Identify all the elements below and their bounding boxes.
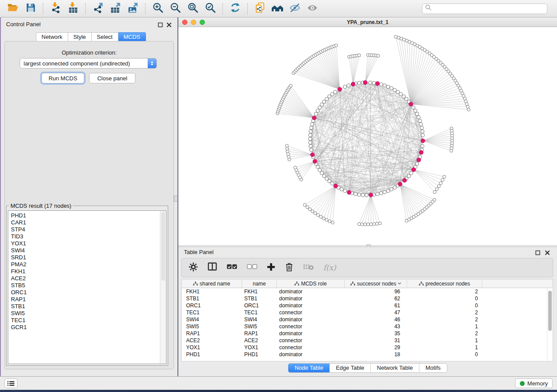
table-row[interactable]: RAP1 RAP1 dominator 35 2 — [182, 330, 553, 337]
show-panels-menu-button[interactable] — [4, 378, 17, 388]
mcds-result-item[interactable]: TID3 — [11, 233, 166, 240]
tab-mcds[interactable]: MCDS — [118, 32, 146, 42]
cell-shared-name: STB1 — [182, 296, 242, 302]
mcds-result-item[interactable]: STB5 — [11, 282, 166, 289]
table-row[interactable]: SWI4 SWI4 dominator 46 2 — [182, 316, 553, 323]
function-builder-button[interactable]: f(x) — [323, 263, 336, 272]
tab-select[interactable]: Select — [92, 32, 118, 42]
show-column-panel-button[interactable] — [208, 262, 217, 273]
scrollbar-thumb[interactable] — [161, 212, 165, 281]
criterion-select[interactable]: largest connected component (undirected) — [20, 58, 157, 69]
mcds-result-item[interactable]: CAR1 — [11, 219, 166, 226]
memory-button[interactable]: Memory — [515, 378, 553, 388]
mcds-result-item[interactable]: SWI4 — [11, 247, 166, 254]
delete-table-button[interactable] — [303, 263, 314, 272]
mcds-list-scrollbar[interactable] — [160, 211, 166, 364]
table-row[interactable]: PHD1 PHD1 dominator 18 0 — [182, 351, 553, 358]
cell-successor-nodes: 47 — [345, 309, 407, 316]
table-row[interactable]: SWI5 SWI5 connector 43 1 — [182, 323, 553, 330]
column-header-predecessor-nodes[interactable]: predecessor nodes — [407, 279, 482, 288]
zoom-fit-icon — [187, 2, 198, 15]
close-panel-icon[interactable] — [166, 21, 172, 27]
column-header-mcds-role[interactable]: MCDS role — [277, 279, 345, 288]
float-table-panel-icon[interactable] — [535, 249, 540, 254]
table-row[interactable]: FKH1 FKH1 dominator 96 2 — [182, 288, 553, 295]
search-field[interactable] — [422, 3, 547, 14]
close-panel-button[interactable]: Close panel — [89, 73, 135, 83]
open-folder-icon — [7, 3, 19, 14]
refresh-view-button[interactable] — [228, 2, 242, 15]
cell-predecessor-nodes: 1 — [407, 344, 482, 351]
table-row[interactable]: ORC1 ORC1 dominator 61 0 — [182, 302, 553, 309]
zoom-out-button[interactable] — [168, 2, 182, 15]
tab-style[interactable]: Style — [68, 32, 92, 42]
import-table-icon — [68, 2, 79, 15]
column-header-successor-nodes[interactable]: successor nodes — [345, 279, 407, 288]
sort-descending-icon — [398, 282, 401, 285]
table-row[interactable]: ACE2 ACE2 connector 31 1 — [182, 337, 553, 344]
run-mcds-button[interactable]: Run MCDS — [42, 73, 84, 83]
zoom-fit-button[interactable] — [186, 2, 200, 15]
cell-predecessor-nodes: 0 — [407, 303, 482, 309]
table-row[interactable]: STB1 STB1 dominator 62 0 — [182, 295, 553, 302]
delete-column-button[interactable] — [285, 262, 294, 273]
network-title: YPA_prune.txt_1 — [347, 19, 388, 25]
search-input[interactable] — [432, 5, 544, 12]
mcds-result-item[interactable]: GCR1 — [11, 324, 166, 331]
close-table-panel-icon[interactable] — [545, 249, 550, 254]
import-network-file-button[interactable] — [48, 2, 62, 15]
tab-edge-table[interactable]: Edge Table — [329, 364, 370, 372]
column-header-shared-name[interactable]: shared name — [182, 279, 242, 288]
zoom-selected-button[interactable] — [203, 2, 217, 15]
export-network-button[interactable] — [91, 2, 105, 15]
memory-label: Memory — [527, 380, 548, 387]
mcds-result-item[interactable]: FKH1 — [11, 268, 166, 275]
export-table-button[interactable] — [108, 2, 122, 15]
show-all-button[interactable] — [305, 2, 319, 15]
tab-network-table[interactable]: Network Table — [370, 364, 419, 372]
tab-node-table[interactable]: Node Table — [288, 364, 329, 372]
deselect-all-rows-button[interactable] — [247, 263, 257, 272]
mcds-result-list[interactable]: PHD1 CAR1 STP4 TID3 YOX1 SWI4 SRD1 PMA2 … — [8, 210, 166, 364]
tab-network[interactable]: Network — [36, 32, 68, 42]
mcds-result-item[interactable]: STP4 — [11, 226, 166, 233]
scrollbar-thumb[interactable] — [548, 291, 552, 331]
minimize-window-icon[interactable] — [191, 20, 196, 25]
mcds-result-item[interactable]: SRD1 — [11, 254, 166, 261]
mcds-result-item[interactable]: TEC1 — [11, 317, 166, 324]
mcds-result-item[interactable]: ACE2 — [11, 275, 166, 282]
network-window-titlebar[interactable]: YPA_prune.txt_1 — [178, 17, 557, 27]
save-session-button[interactable] — [24, 2, 38, 15]
mcds-result-item[interactable]: PMA2 — [11, 261, 166, 268]
toolbar-separator — [43, 3, 43, 14]
float-panel-icon[interactable] — [158, 21, 163, 27]
first-neighbors-button[interactable] — [270, 2, 284, 15]
node-table: shared name name MCDS role successor nod… — [181, 279, 553, 361]
hide-selected-button[interactable] — [288, 2, 302, 15]
select-all-rows-button[interactable] — [227, 263, 237, 272]
import-table-file-button[interactable] — [66, 2, 80, 15]
network-canvas[interactable] — [178, 27, 557, 245]
table-row[interactable]: TEC1 TEC1 connector 47 2 — [182, 309, 553, 316]
mcds-result-item[interactable]: RAP1 — [11, 296, 166, 303]
mcds-result-item[interactable]: SWI5 — [11, 310, 166, 317]
close-window-icon[interactable] — [182, 20, 187, 25]
table-scrollbar[interactable] — [547, 289, 553, 361]
mcds-result-item[interactable]: YOX1 — [11, 240, 166, 247]
create-column-button[interactable] — [267, 263, 275, 273]
mcds-result-item[interactable]: STB1 — [11, 303, 166, 310]
export-image-button[interactable] — [126, 2, 140, 15]
table-settings-button[interactable] — [189, 262, 198, 273]
tab-motifs[interactable]: Motifs — [419, 364, 447, 372]
maximize-window-icon[interactable] — [200, 20, 205, 25]
open-file-button[interactable] — [6, 2, 20, 15]
column-header-name[interactable]: name — [242, 279, 277, 288]
mcds-result-item[interactable]: PHD1 — [11, 212, 166, 219]
zoom-in-button[interactable] — [151, 2, 165, 15]
memory-status-icon — [520, 381, 525, 386]
clone-network-button[interactable] — [253, 2, 267, 15]
table-row[interactable]: YOX1 YOX1 connector 29 1 — [182, 344, 553, 351]
vertical-splitter-handle[interactable] — [174, 196, 178, 202]
mcds-result-item[interactable]: ORC1 — [11, 289, 166, 296]
cell-name: RAP1 — [242, 330, 277, 337]
